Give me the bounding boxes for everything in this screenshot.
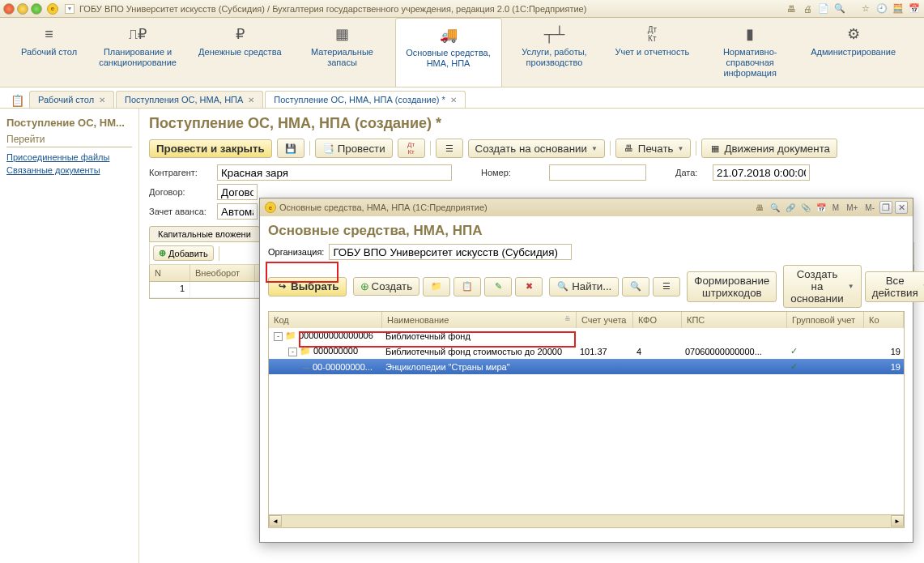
search-icon[interactable]: 🔍 [769,201,781,214]
tree-row[interactable]: —00-00000000...Энциклопедии "Страны мира… [269,359,904,374]
m-minus-button[interactable]: M- [862,203,877,212]
dtkt-button[interactable]: ДтКт [398,139,425,158]
calendar-icon[interactable]: 📅 [815,201,828,214]
tabbar: 📋 Рабочий стол✕ Поступления ОС, НМА, НПА… [0,87,924,109]
title-dropdown[interactable]: ▼ [65,4,75,14]
dialog-restore-button[interactable]: ❐ [879,201,892,214]
close-icon[interactable]: ✕ [248,96,254,104]
window-maximize-button[interactable] [31,3,42,15]
calc-icon[interactable]: 🧮 [892,2,905,15]
link-icon[interactable]: 🔗 [784,201,797,214]
sidebar-link-related[interactable]: Связанные документы [6,164,132,177]
movements-button[interactable]: ▦Движения документа [701,139,837,158]
col-asset[interactable]: Внеоборот [190,265,255,281]
add-button[interactable]: ⊕Добавить [153,245,214,261]
col-code[interactable]: Код [269,312,382,328]
print-icon[interactable]: 🖶 [753,201,766,214]
advance-input[interactable] [217,203,258,220]
all-actions-button[interactable]: Все действия▼ [865,271,924,302]
tree-row[interactable]: -📁000000000000006Библиотечный фонд [269,328,904,343]
m-plus-button[interactable]: M+ [844,203,860,212]
new-folder-button[interactable]: 📁 [423,277,450,296]
section-assets[interactable]: 🚚Основные средства, НМА, НПА [395,18,502,87]
tab-receipts[interactable]: Поступления ОС, НМА, НПА✕ [116,91,263,108]
delete-button[interactable]: ✖ [515,277,543,296]
post-button[interactable]: 📑Провести [315,139,393,158]
list-button[interactable]: ☰ [436,139,463,158]
section-planning[interactable]: ⎍₽Планирование и санкционирование [85,18,190,87]
section-materials[interactable]: ▦Материальные запасы [290,18,395,87]
scroll-left-icon[interactable]: ◄ [269,515,282,527]
section-reference[interactable]: ▮Нормативно-справочная информация [697,18,803,87]
close-icon[interactable]: ✕ [99,96,105,104]
list-icon: ☰ [443,142,456,155]
tab-receipt-create[interactable]: Поступление ОС, НМА, НПА (создание) *✕ [265,91,465,108]
tab-desktop[interactable]: Рабочий стол✕ [29,91,114,108]
edit-button[interactable]: ✎ [484,277,512,296]
dlg-create-based-button[interactable]: Создать на основании▼ [783,265,861,308]
dialog-heading: Основные средства, НМА, НПА [268,223,905,239]
window-close-button[interactable] [3,3,15,15]
m-button[interactable]: M [830,203,841,212]
create-based-button[interactable]: Создать на основании▼ [468,139,605,158]
accounting-icon: ДтКт [642,24,662,44]
close-icon[interactable]: ✕ [450,96,457,104]
tree-toggle-icon[interactable]: - [274,332,283,341]
section-accounting[interactable]: ДтКтУчет и отчетность [607,18,698,87]
group-cell [787,335,864,337]
select-button[interactable]: ↪Выбрать [268,277,347,296]
sidebar-link-files[interactable]: Присоединенные файлы [6,151,132,164]
folder-plus-icon: 📁 [430,280,443,293]
print-icon[interactable]: 🖶 [785,2,798,15]
copy-button[interactable]: 📋 [453,277,481,296]
clip-icon[interactable]: 📎 [799,201,812,214]
doc-icon[interactable]: 📄 [817,2,830,15]
group-cell: ✓ [787,345,864,357]
col-name[interactable]: Наименование≞ [382,312,577,328]
history-icon[interactable]: 🕘 [875,2,888,15]
date-input[interactable] [713,164,810,181]
col-n[interactable]: N [150,265,190,281]
section-services[interactable]: ┬┴Услуги, работы, производство [502,18,607,87]
contractor-input[interactable] [217,164,452,181]
print-button[interactable]: 🖶Печать▼ [615,139,692,158]
post-and-close-button[interactable]: Провести и закрыть [149,139,272,158]
org-label: Организация: [268,247,324,257]
view-button[interactable]: ☰ [653,277,680,296]
find-button[interactable]: 🔍Найти... [549,277,619,296]
number-label: Номер: [481,168,544,177]
section-admin[interactable]: ⚙Администрирование [803,18,904,87]
section-desktop[interactable]: ≡Рабочий стол [13,18,85,87]
tree-toggle-icon[interactable]: - [288,348,297,356]
barcode-button[interactable]: Формирование штрихкодов [687,271,777,302]
section-money[interactable]: ₽Денежные средства [190,18,289,87]
create-button[interactable]: ⊕Создать [353,277,420,296]
contract-input[interactable] [217,184,258,200]
sort-icon: ≞ [564,315,571,325]
search-icon[interactable]: 🔍 [833,2,846,15]
subtab-capital[interactable]: Капитальные вложени [149,226,260,242]
h-scrollbar[interactable]: ◄ ► [269,514,904,527]
scroll-right-icon[interactable]: ► [891,515,904,527]
number-input[interactable] [549,164,646,181]
advance-label: Зачет аванса: [149,207,212,216]
print2-icon[interactable]: 🖨 [801,2,814,15]
col-account[interactable]: Счет учета [577,312,633,328]
ko-cell: 19 [864,361,904,373]
window-minimize-button[interactable] [17,3,28,15]
save-button[interactable]: 💾 [277,139,304,158]
org-input[interactable] [329,244,572,260]
col-kps[interactable]: КПС [682,312,787,328]
star-icon[interactable]: ☆ [859,2,872,15]
services-icon: ┬┴ [545,24,564,44]
dialog-titlebar[interactable]: e Основные средства, НМА, НПА (1С:Предпр… [260,198,913,216]
dialog-close-button[interactable]: ✕ [895,201,908,214]
col-kfo[interactable]: КФО [633,312,682,328]
calendar-icon[interactable]: 📅 [908,2,921,15]
tree-row[interactable]: -📁000000000Библиотечный фонд стоимостью … [269,343,904,359]
select-asset-dialog: e Основные средства, НМА, НПА (1С:Предпр… [259,198,913,543]
col-ko[interactable]: Ко [864,312,904,328]
kps-cell [682,335,787,337]
clear-find-button[interactable]: 🔍 [622,277,649,296]
col-group[interactable]: Групповой учет [787,312,864,328]
